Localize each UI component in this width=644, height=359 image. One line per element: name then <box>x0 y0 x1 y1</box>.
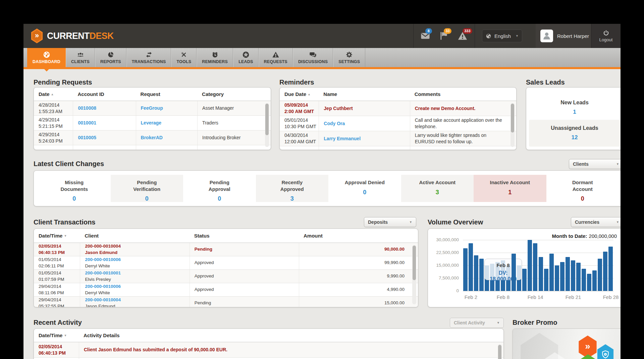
table-row[interactable]: 29/04/201405:37:55 PM200-000-0010004Jaso… <box>34 297 418 307</box>
chart-bar-feb-4[interactable] <box>479 259 484 291</box>
table-row[interactable]: 05/01/201410:30 PM GMTCody OraCall and t… <box>280 116 516 131</box>
cell-account-id-link[interactable]: 0010008 <box>73 101 136 115</box>
flags-notification-button[interactable]: 33 <box>439 31 449 41</box>
chart-bar-feb-15[interactable] <box>539 257 543 291</box>
status-card-pending-approval[interactable]: Pending Approval0 <box>183 175 256 202</box>
scrollbar-track[interactable] <box>265 103 269 147</box>
cell-name-link[interactable]: Jep Cuthbert <box>319 101 410 116</box>
client-account-link[interactable]: 200-000-0010001 <box>85 270 189 276</box>
tab-discussions[interactable]: DISCUSSIONS <box>293 48 333 67</box>
scrollbar-track[interactable] <box>511 103 515 147</box>
cell-request-link[interactable] <box>136 145 198 150</box>
cell-name-link[interactable]: Larry Emmanuel <box>319 131 410 146</box>
tab-dashboard[interactable]: DASHBOARD <box>27 48 66 67</box>
column-header[interactable]: Date▲ <box>34 91 73 97</box>
column-header[interactable]: Amount <box>299 233 418 239</box>
table-row[interactable]: 01/05/201402:06:11 PM200-000-0010006Derr… <box>34 256 418 270</box>
brand-logo[interactable]: » CURRENTDESK <box>30 29 117 43</box>
table-row[interactable]: 01/05/201401:07:59 PM200-000-0010001Elvi… <box>34 270 418 283</box>
cell-request-link[interactable]: BrokerAD <box>136 131 198 145</box>
tab-reports[interactable]: REPORTS <box>95 48 126 67</box>
tab-transactions[interactable]: TRANSACTIONS <box>126 48 171 67</box>
language-dropdown[interactable]: English ▼ <box>482 30 522 42</box>
chart-bar-feb-21[interactable] <box>571 260 575 291</box>
client-account-link[interactable]: 200-000-0010006 <box>85 284 189 290</box>
chart-bar-feb-1[interactable] <box>463 248 468 291</box>
chart-bar-feb-28[interactable] <box>608 247 613 291</box>
status-card-dormant-account[interactable]: Dormant Account0 <box>546 175 619 202</box>
chart-bar-feb-24[interactable] <box>587 274 591 291</box>
chart-bar-feb-26[interactable] <box>598 259 602 291</box>
column-header[interactable]: Due Date▲ <box>280 91 319 97</box>
client-changes-filter-dropdown[interactable]: Clients▼ <box>569 159 621 169</box>
client-account-link[interactable]: 200-000-0010004 <box>85 297 189 303</box>
mail-notification-button[interactable]: 8 <box>420 31 430 41</box>
chart-bar-feb-19[interactable] <box>560 262 565 291</box>
status-card-active-account[interactable]: Active Account3 <box>401 175 474 202</box>
status-card-pending-verification[interactable]: Pending Verification0 <box>111 175 183 202</box>
client-account-link[interactable]: 200-000-0010004 <box>85 243 189 249</box>
scrollbar-thumb[interactable] <box>413 246 416 280</box>
column-header[interactable]: Date/Time▼ <box>34 332 79 338</box>
chart-bar-feb-10[interactable] <box>512 254 516 291</box>
cell-account-id-link[interactable] <box>73 145 136 150</box>
chart-bar-feb-14[interactable] <box>533 243 537 291</box>
table-row[interactable]: 04/30/201412:00 AM GMTLarry EmmanuelLarr… <box>280 131 516 146</box>
volume-filter-dropdown[interactable]: Currencies▼ <box>571 217 621 227</box>
tab-settings[interactable]: SETTINGS <box>333 48 365 67</box>
chart-bar-feb-3[interactable] <box>474 255 478 291</box>
column-header[interactable]: Comments <box>410 91 516 97</box>
cell-account-id-link[interactable]: 0010001 <box>73 116 136 130</box>
scrollbar-track[interactable] <box>498 344 502 359</box>
table-row[interactable]: 4/29/2014 <box>34 145 271 150</box>
scrollbar-thumb[interactable] <box>265 104 269 135</box>
scrollbar-thumb[interactable] <box>498 345 501 359</box>
transactions-filter-dropdown[interactable]: Deposits▼ <box>364 217 416 227</box>
tab-reminders[interactable]: REMINDERS <box>197 48 233 67</box>
table-row[interactable]: 29/04/201408:11:06 PM200-000-0010006Derr… <box>34 283 418 297</box>
status-card-inactive-account[interactable]: Inactive Account1 <box>474 175 546 202</box>
scrollbar-track[interactable] <box>412 245 416 304</box>
chart-bar-feb-25[interactable] <box>592 270 597 291</box>
column-header[interactable]: Status <box>190 233 299 239</box>
scrollbar-thumb[interactable] <box>511 104 514 133</box>
cell-request-link[interactable]: FeeGroup <box>136 101 198 115</box>
table-row[interactable]: 02/05/201406:40:13 PM200-000-0010004Jaso… <box>34 243 418 256</box>
user-menu[interactable]: Robert Harper <box>536 24 591 48</box>
chart-bar-feb-12[interactable] <box>522 269 527 291</box>
table-row[interactable]: 01/05/2014 <box>34 358 503 359</box>
table-row[interactable]: 4/29/20145:21:15 PM0010001LeverageTrader… <box>34 116 271 131</box>
status-card-approval-denied[interactable]: Approval Denied0 <box>328 175 401 202</box>
broker-promo-panel[interactable]: » <box>513 328 621 359</box>
activity-filter-dropdown[interactable]: Client Activity▼ <box>450 318 504 328</box>
column-header[interactable]: Category <box>197 91 271 97</box>
cell-name-link[interactable]: Cody Ora <box>319 116 410 131</box>
chart-bar-feb-23[interactable] <box>582 269 586 291</box>
chart-bar-feb-22[interactable] <box>576 263 581 291</box>
alerts-notification-button[interactable]: 333 <box>458 31 468 41</box>
chart-bar-feb-13[interactable] <box>528 240 532 291</box>
cell-name-link[interactable] <box>319 146 410 150</box>
tab-leads[interactable]: LEADS <box>233 48 258 67</box>
new-leads-item[interactable]: New Leads1 <box>526 100 621 115</box>
chart-bar-feb-20[interactable] <box>566 257 570 291</box>
chart-bar-feb-18[interactable] <box>555 265 559 291</box>
column-header[interactable]: Client <box>80 233 189 239</box>
column-header[interactable]: Account ID <box>73 91 136 97</box>
chart-bar-feb-16[interactable] <box>544 269 548 291</box>
chart-bar-feb-27[interactable] <box>603 252 607 291</box>
chart-bar-feb-2[interactable] <box>469 243 473 291</box>
logout-button[interactable]: Logout <box>591 24 621 48</box>
client-account-link[interactable]: 200-000-0010006 <box>85 257 189 263</box>
column-header[interactable]: Request <box>136 91 198 97</box>
status-card-missing-documents[interactable]: Missing Documents0 <box>38 175 111 202</box>
table-row[interactable]: 05/09/20142:00 AM GMTJep CuthbertCreate … <box>280 101 516 116</box>
table-row[interactable]: 4/28/20141:55:23 AM0010008FeeGroupAsset … <box>34 101 271 116</box>
table-row[interactable]: 4/29/20145:24:03 PM0010005BrokerADIntrod… <box>34 131 271 145</box>
status-card-recently-approved[interactable]: Recently Approved3 <box>256 175 329 202</box>
column-header[interactable]: Name <box>319 91 410 97</box>
tab-requests[interactable]: REQUESTS <box>259 48 293 67</box>
tab-clients[interactable]: CLIENTS <box>66 48 95 67</box>
table-row[interactable]: 02/05/201406:40:13 PMClient Jason Edmund… <box>34 342 503 358</box>
cell-request-link[interactable]: Leverage <box>136 116 198 130</box>
